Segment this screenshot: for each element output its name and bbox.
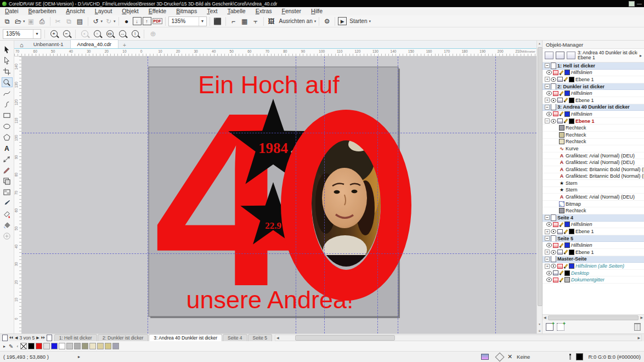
horizontal-scroll-thumb[interactable] [295,335,395,341]
new-document-tab-button[interactable]: + [118,42,131,48]
tree-expander[interactable]: + [545,250,550,254]
menu-ansicht[interactable]: Ansicht [61,7,89,15]
zoom-page-width-button[interactable]: ↔ [117,29,128,39]
text-tool[interactable]: A [2,144,12,152]
copy-button[interactable]: ⧉ [64,16,74,26]
tree-object-row[interactable]: Rechteck [543,132,644,139]
tree-layer-row[interactable]: Hilfslinien [543,70,644,77]
eyedropper-tool[interactable] [2,199,12,207]
tree-layer-row[interactable]: Hilfslinien [543,222,644,229]
pdf-export-button[interactable]: PDF [152,18,162,24]
subheading-text[interactable]: unsere Andrea! [186,286,353,314]
palette-color-swatch[interactable] [51,343,58,349]
smart-fill-tool[interactable] [2,210,12,218]
palette-eyedropper-icon[interactable]: ✎ [8,343,14,349]
tree-expander[interactable]: + [545,98,550,103]
last-page-icon[interactable] [47,335,52,341]
tree-layer-row[interactable]: Desktop [543,270,644,277]
tree-expander[interactable]: − [545,215,550,220]
go-first-page-button[interactable]: ⏴⏴ [9,336,13,340]
menu-bitmaps[interactable]: Bitmaps [171,7,202,15]
tree-layer-row[interactable]: +Ebene 1 [543,97,644,104]
palette-scroll-left[interactable]: ‹ [15,344,19,349]
print-button[interactable]: ⎙ [37,16,47,26]
menu-extras[interactable]: Extras [251,7,277,15]
menu-hilfe[interactable]: Hilfe [306,7,327,15]
tree-object-row[interactable]: AGrafiktext: Arial (Normal) (DEU) [543,159,644,166]
palette-color-swatch[interactable] [66,343,73,349]
new-master-layer-button[interactable] [557,323,564,331]
page-tab[interactable]: 2: Dunkler ist dicker [98,334,149,342]
artistic-media-tool[interactable] [2,100,12,109]
edit-across-layers-button[interactable] [567,52,575,59]
undo-button[interactable]: ↺ [91,16,101,26]
zoom-level-dropdown[interactable]: ▼ [199,17,206,26]
contour-tool[interactable] [2,177,12,185]
status-flyout-button[interactable]: ▸ [78,354,80,359]
guideline-vertical[interactable] [377,56,378,333]
dimension-tool[interactable] [2,155,12,163]
export-button[interactable]: ↑ [143,17,151,25]
tree-layer-row[interactable]: +Hilfslinien (alle Seiten) [543,263,644,270]
go-previous-page-button[interactable]: ◀ [15,336,18,340]
tree-object-row[interactable]: AGrafiktext: Arial (Normal) (DEU) [543,152,644,160]
tree-object-row[interactable]: ★Stern [543,187,644,194]
page-tab[interactable]: Seite 5 [248,334,272,342]
redo-button[interactable]: ↻ [104,16,114,26]
zoom-page-button[interactable]: ▭ [104,29,115,39]
tree-expander[interactable]: − [545,257,550,262]
fullscreen-preview-button[interactable]: ⬛ [213,16,223,26]
panel-scroll-left[interactable]: ◀ [544,315,546,319]
tree-expander[interactable]: − [545,63,550,68]
launch-circle-button[interactable]: ● [122,16,132,26]
vertical-scroll-thumb[interactable] [538,47,543,306]
show-rulers-button[interactable]: ⌐ [229,16,239,26]
scroll-down-button[interactable]: ▼ [537,321,542,327]
tree-layer-row[interactable]: −Ebene 1 [543,118,644,125]
redo-dropdown[interactable]: ▾ [114,19,116,24]
tree-layer-row[interactable]: Hilfslinien [543,242,644,249]
page-tab[interactable]: 3: Andrea 40 Dunkler ist dicker [149,334,222,342]
tree-expander[interactable]: − [545,118,550,123]
freehand-tool[interactable] [2,89,12,98]
tree-expander[interactable]: + [545,77,550,82]
guideline-vertical[interactable] [296,56,296,333]
tree-page-row[interactable]: −1: Hell ist dicker [543,63,644,70]
horizontal-ruler[interactable]: Millimeter 70605040302010010203040506070… [14,49,536,56]
drawing-canvas[interactable]: Ein Hoch auf 4 1984 22.9 [22,56,536,333]
tree-page-row[interactable]: −2: Dunkler ist dicker [543,83,644,90]
doc-tab[interactable]: Andrea_40.cdr [70,39,118,48]
interactive-fill-tool[interactable] [2,220,12,229]
palette-flyout-button[interactable]: ▸ [2,344,7,349]
palette-no-color-swatch[interactable] [20,343,27,349]
scroll-right-button[interactable]: ▶ [637,336,640,340]
palette-color-swatch[interactable] [28,343,35,349]
panel-scroll-thumb[interactable] [548,315,639,320]
tree-object-row[interactable]: Bitmap [543,201,644,208]
palette-color-swatch[interactable] [112,343,119,349]
tree-page-row[interactable]: −Master-Seite [543,256,644,263]
tree-layer-row[interactable]: +Ebene 1 [543,228,644,235]
crop-tool[interactable] [2,67,12,76]
page-tab[interactable]: 1: Hell ist dicker [54,334,97,342]
tree-expander[interactable]: − [545,105,550,110]
zoom-level-combo[interactable]: 135% ▼ [168,16,207,26]
zoom-out-button[interactable]: − [61,29,72,39]
panel-scroll-right[interactable]: ▶ [640,315,643,319]
tree-object-row[interactable]: AGrafiktext: Britannic Bold (Normal) (DE… [543,166,644,173]
vertical-ruler[interactable]: 1401301201101009080706050403020100 [14,56,22,333]
add-tool-button[interactable] [2,231,12,240]
palette-color-swatch[interactable] [105,343,111,349]
snap-icon[interactable]: 🖽 [267,16,276,26]
options-gear-button[interactable]: ⚙ [322,16,332,26]
new-layer-button[interactable] [546,323,553,331]
pick-tool[interactable] [2,45,12,54]
go-next-page-button[interactable]: ▶ [36,336,39,340]
tree-layer-row[interactable]: +Ebene 1 [543,249,644,256]
star-date-text[interactable]: 22.9 [265,220,281,231]
menu-bearbeiten[interactable]: Bearbeiten [24,7,61,15]
menu-datei[interactable]: Datei [0,7,24,15]
show-grid-button[interactable]: ▦ [240,16,250,26]
start-dropdown[interactable]: Starten [348,18,369,24]
palette-color-swatch[interactable] [74,343,81,349]
